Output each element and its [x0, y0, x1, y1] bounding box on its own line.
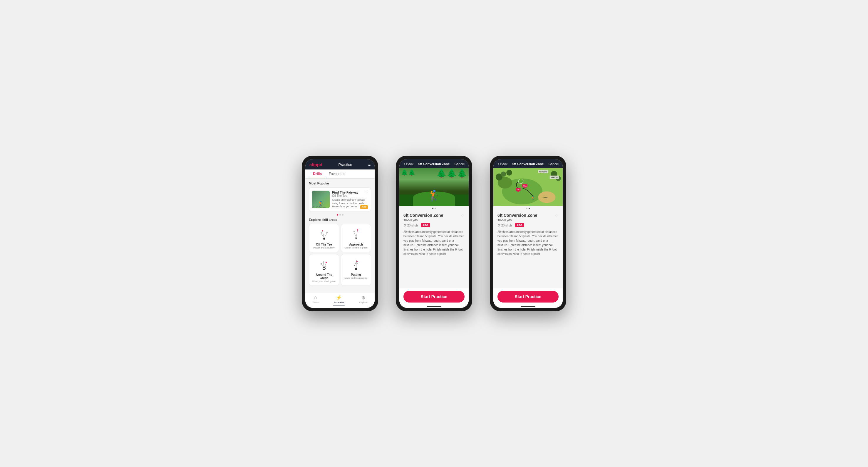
dot-3 — [342, 214, 343, 215]
home-bar-3 — [521, 306, 535, 307]
cancel-button-3[interactable]: Cancel — [549, 162, 559, 166]
image-dots-2 — [399, 206, 469, 210]
svg-point-38 — [519, 179, 523, 184]
activities-icon: ⚡ — [336, 295, 342, 300]
svg-text:🏌️: 🏌️ — [531, 196, 535, 200]
svg-point-25 — [356, 261, 358, 262]
dot-1 — [337, 214, 338, 215]
skill-off-the-tee[interactable]: Off The Tee Power and accuracy — [309, 224, 339, 252]
phone1-tabs: Drills Favourites — [305, 169, 375, 178]
svg-point-19 — [322, 261, 324, 263]
svg-point-26 — [355, 263, 356, 264]
featured-drill-card[interactable]: 🏌️ Find The Fairway Off The Tee Create a… — [309, 188, 371, 212]
tab-favourites[interactable]: Favourites — [325, 169, 349, 178]
phone-3-screen: < Back 6ft Conversion Zone Cancel — [493, 159, 563, 308]
svg-point-4 — [322, 230, 323, 231]
phone3-fav-icon[interactable]: ♡ — [555, 213, 559, 218]
clock-icon-3: ⏱ — [497, 224, 500, 227]
drill-meta-3: ⏱ 20 shots ARG — [497, 223, 559, 227]
skill-approach[interactable]: Approach Dial-in to hit the green — [341, 224, 371, 252]
nav-capture[interactable]: ⊕ Capture — [359, 295, 367, 305]
tab-drills[interactable]: Drills — [309, 169, 325, 178]
nav-activities-label: Activities — [334, 301, 344, 304]
svg-text:FAIRWAY: FAIRWAY — [539, 171, 547, 173]
svg-text:Miss: Miss — [523, 185, 527, 187]
start-practice-button-3[interactable]: Start Practice — [497, 291, 559, 302]
capture-icon: ⊕ — [362, 295, 365, 300]
drill-desc: 20 shots are randomly generated at dista… — [403, 230, 465, 256]
skill-desc-ott: Power and accuracy — [311, 246, 336, 249]
category-badge: OTT — [360, 205, 368, 209]
home-icon: ⌂ — [314, 295, 317, 300]
svg-line-9 — [356, 231, 358, 237]
drill-map: FAIRWAY ROUGH SAND Miss Hit 🏌️ — [493, 168, 563, 206]
phone2-header: < Back 6ft Conversion Zone Cancel — [399, 159, 469, 168]
drill-meta: ⏱ 20 shots ARG — [403, 223, 465, 227]
svg-point-35 — [506, 170, 512, 176]
nav-home-label: Home — [312, 301, 318, 303]
image-dots-3 — [493, 206, 563, 210]
trees-left-bg: 🌲🌲 — [401, 169, 415, 175]
golfer-photo: 🏌️ — [428, 190, 441, 202]
shots-count: ⏱ 10 shots — [312, 206, 326, 209]
phone2-fav-icon[interactable]: ♡ — [461, 213, 465, 218]
shots-info: ⏱ 20 shots — [403, 224, 418, 227]
image-dot-1 — [432, 208, 433, 209]
off-tee-icon — [317, 227, 332, 242]
skill-desc-arg: Hone your short game — [311, 280, 336, 282]
skill-putting[interactable]: Putting Make and lag practice — [341, 254, 371, 286]
drill-category: Off The Tee — [332, 194, 368, 197]
drill-photo: 🌲🌲🌲 🌲🌲 🏌️ — [399, 168, 469, 206]
nav-capture-label: Capture — [359, 301, 367, 304]
start-practice-button[interactable]: Start Practice — [403, 291, 465, 302]
nav-home[interactable]: ⌂ Home — [312, 295, 318, 305]
home-indicator — [399, 305, 469, 308]
card-footer: ⏱ 10 shots OTT — [312, 204, 368, 209]
bottom-navigation: ⌂ Home ⚡ Activities ⊕ Capture — [305, 293, 375, 308]
image-dot-3-2 — [529, 208, 530, 209]
favourite-icon[interactable]: ♡ — [365, 190, 369, 194]
skill-desc-approach: Dial-in to hit the green — [343, 246, 369, 249]
drill-name: Find The Fairway — [332, 191, 368, 194]
svg-point-15 — [323, 268, 325, 269]
menu-icon[interactable]: ≡ — [368, 162, 371, 167]
trees-bg: 🌲🌲🌲 — [436, 169, 467, 178]
drill-range: 10-50 yds — [403, 218, 443, 222]
around-green-icon — [317, 257, 332, 272]
back-button[interactable]: < Back — [403, 162, 413, 166]
image-dot-3-1 — [526, 208, 527, 209]
svg-point-11 — [357, 229, 358, 231]
image-dot-2 — [435, 208, 436, 209]
skill-name-putting: Putting — [343, 273, 369, 276]
phone1-header: clippd Practice ≡ — [305, 159, 375, 169]
nav-activities[interactable]: ⚡ Activities — [333, 295, 345, 305]
putting-icon — [349, 257, 364, 272]
cancel-button[interactable]: Cancel — [455, 162, 465, 166]
back-button-3[interactable]: < Back — [497, 162, 507, 166]
svg-point-34 — [501, 171, 506, 177]
skill-areas-grid: Off The Tee Power and accuracy — [309, 224, 371, 286]
svg-text:Hit: Hit — [517, 189, 520, 191]
skill-name-ott: Off The Tee — [311, 243, 336, 246]
explore-label: Explore skill areas — [309, 218, 371, 222]
skill-around-green[interactable]: Around The Green Hone your short game — [309, 254, 339, 286]
svg-point-21 — [320, 263, 322, 264]
clock-icon-2: ⏱ — [403, 224, 406, 227]
home-bar — [427, 306, 441, 307]
svg-line-10 — [354, 232, 356, 237]
most-popular-label: Most Popular — [309, 181, 371, 185]
phone-1-screen: clippd Practice ≡ Drills Favourites Most… — [305, 159, 375, 308]
drill-title-3: 6ft Conversion Zone — [497, 213, 537, 218]
svg-point-22 — [325, 266, 326, 267]
drill-title: 6ft Conversion Zone — [403, 213, 443, 218]
approach-icon — [349, 227, 364, 242]
svg-point-12 — [353, 231, 355, 232]
phone3-content: 6ft Conversion Zone 10-50 yds ♡ ⏱ 20 sho… — [493, 210, 563, 288]
svg-point-23 — [355, 268, 357, 270]
clippd-logo: clippd — [309, 162, 322, 167]
phone-1: clippd Practice ≡ Drills Favourites Most… — [302, 156, 378, 311]
skill-desc-putting: Make and lag practice — [343, 277, 369, 279]
svg-text:SAND: SAND — [543, 197, 548, 199]
svg-point-5 — [327, 232, 328, 233]
home-indicator-3 — [493, 305, 563, 308]
